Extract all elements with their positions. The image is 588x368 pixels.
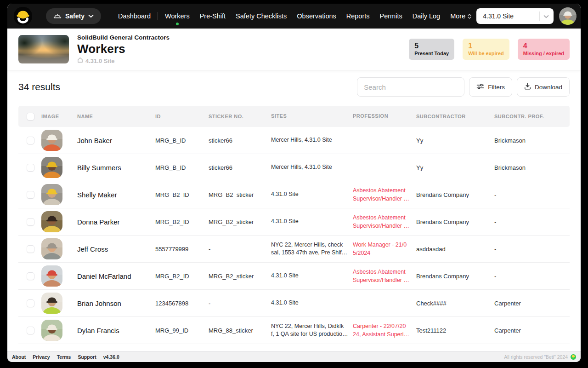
worker-name[interactable]: Brian Johnson xyxy=(73,299,151,307)
worker-image-cell xyxy=(40,265,73,287)
table-row[interactable]: Daniel McFarlandMRG_B2_IDMRG_B2_sticker4… xyxy=(18,263,570,290)
worker-sites: 4.31.0 Site xyxy=(266,272,348,280)
col-name[interactable]: NAME xyxy=(73,114,151,119)
hardhat-icon xyxy=(53,12,62,20)
worker-image-cell xyxy=(40,293,73,314)
worker-id: MRG_B2_ID xyxy=(151,191,204,198)
worker-id: 5557779999 xyxy=(151,246,204,253)
worker-photo[interactable] xyxy=(41,157,62,178)
nav-item-daily-log[interactable]: Daily Log xyxy=(407,12,445,20)
col-profession[interactable]: PROFESSION xyxy=(348,113,412,120)
worker-id: 1234567898 xyxy=(151,300,204,307)
nav-item-dashboard[interactable]: Dashboard xyxy=(113,12,156,20)
worker-sticker-no: MRG_B2_sticker xyxy=(204,273,266,280)
footer-link-privacy[interactable]: Privacy xyxy=(33,354,50,360)
worker-id: MRG_99_ID xyxy=(151,327,204,334)
table-row[interactable]: John BakerMRG_B_IDsticker66Mercer Hills,… xyxy=(18,127,570,154)
worker-photo-graphic xyxy=(41,238,62,259)
worker-photo[interactable] xyxy=(41,238,62,259)
search-input[interactable] xyxy=(357,77,464,97)
nav-item-reports[interactable]: Reports xyxy=(341,12,375,20)
worker-photo[interactable] xyxy=(41,211,62,232)
worker-sites: 4.31.0 Site xyxy=(266,190,348,199)
col-subcontractor[interactable]: SUBCONTRACTOR xyxy=(412,114,490,119)
row-checkbox-cell xyxy=(18,164,40,172)
row-checkbox-cell xyxy=(18,137,40,144)
nav-item-observations[interactable]: Observations xyxy=(292,12,341,20)
footer-links: About Privacy Terms Support v4.36.0 xyxy=(12,354,119,360)
app-footer: About Privacy Terms Support v4.36.0 All … xyxy=(7,351,581,362)
toolbar-actions: Filters Download xyxy=(357,77,570,97)
worker-photo-graphic xyxy=(41,320,62,341)
stat-missing-expired: 4 Missing / expired xyxy=(518,39,570,59)
col-sites[interactable]: SITES xyxy=(266,113,348,120)
nav-item-safety-checklists[interactable]: Safety Checklists xyxy=(231,12,292,20)
worker-subcontractor: Brendans Company xyxy=(412,273,490,280)
worker-photo-graphic xyxy=(41,130,62,151)
worker-photo[interactable] xyxy=(41,184,62,205)
worker-photo-graphic xyxy=(41,184,62,205)
worker-profession: Work Manager - 21/0 5/2024 xyxy=(348,241,412,257)
worker-name[interactable]: Shelly Maker xyxy=(73,191,151,199)
col-sticker-no[interactable]: STICKER NO. xyxy=(204,114,266,119)
table-row[interactable]: Dylan FrancisMRG_99_IDMRG_88_stickerNYC … xyxy=(18,317,570,344)
worker-name[interactable]: Donna Parker xyxy=(73,218,151,226)
row-checkbox[interactable] xyxy=(27,164,34,172)
worker-name[interactable]: Daniel McFarland xyxy=(73,272,151,280)
worker-profession: Asbestos Abatement Supervisor/Handler … xyxy=(348,268,412,284)
worker-image-cell xyxy=(40,157,73,178)
worker-sticker-no: sticker66 xyxy=(204,137,266,144)
worker-sticker-no: MRG_B2_sticker xyxy=(204,191,266,198)
row-checkbox[interactable] xyxy=(27,245,34,253)
worker-sites: Mercer Hills, 4.31.0 Site xyxy=(266,136,348,144)
site-line: 4.31.0 Site xyxy=(77,57,170,64)
col-subcontr-prof[interactable]: SUBCONTR. PROF. xyxy=(490,114,570,119)
chevron-down-icon xyxy=(88,14,94,18)
footer-link-about[interactable]: About xyxy=(12,354,26,360)
worker-photo[interactable] xyxy=(41,130,62,151)
row-checkbox[interactable] xyxy=(27,137,34,144)
select-all-checkbox[interactable] xyxy=(27,113,34,121)
app-window: Safety DashboardWorkersPre-ShiftSafety C… xyxy=(7,4,581,362)
worker-photo[interactable] xyxy=(41,320,62,341)
context-switcher[interactable]: Safety xyxy=(46,8,101,24)
worker-photo[interactable] xyxy=(41,293,62,314)
worker-name[interactable]: John Baker xyxy=(73,137,151,144)
site-selector[interactable]: 4.31.0 Site xyxy=(476,8,554,24)
worker-photo[interactable] xyxy=(41,265,62,287)
table-header-row: IMAGE NAME ID STICKER NO. SITES PROFESSI… xyxy=(18,106,570,127)
col-image[interactable]: IMAGE xyxy=(40,114,73,119)
active-page-indicator xyxy=(176,23,179,25)
table-row[interactable]: Brian Johnson1234567898-4.31.0 SiteCheck… xyxy=(18,290,570,317)
row-checkbox[interactable] xyxy=(27,272,34,280)
download-button[interactable]: Download xyxy=(517,77,570,97)
table-row[interactable]: Shelly MakerMRG_B2_IDMRG_B2_sticker4.31.… xyxy=(18,181,570,208)
up-down-caret-icon xyxy=(468,14,471,19)
user-avatar[interactable] xyxy=(559,7,577,25)
nav-item-more[interactable]: More xyxy=(445,12,476,20)
worker-name[interactable]: Dylan Francis xyxy=(73,327,151,334)
table-row[interactable]: Jeff Cross5557779999-NYC 22, Mercer Hill… xyxy=(18,236,570,263)
table-row[interactable]: Donna ParkerMRG_B2_IDMRG_B2_sticker4.31.… xyxy=(18,208,570,236)
row-checkbox[interactable] xyxy=(27,327,34,334)
row-checkbox-cell xyxy=(18,191,40,199)
footer-link-support[interactable]: Support xyxy=(78,354,96,360)
col-id[interactable]: ID xyxy=(151,114,204,119)
row-checkbox[interactable] xyxy=(27,191,34,199)
app-version: v4.36.0 xyxy=(103,354,119,360)
brand-logo[interactable] xyxy=(14,7,32,25)
row-checkbox-cell xyxy=(18,272,40,280)
worker-subcontractor: Test211122 xyxy=(412,327,490,334)
worker-id: MRG_B_ID xyxy=(151,137,204,144)
row-checkbox[interactable] xyxy=(27,299,34,307)
home-icon xyxy=(77,57,83,64)
nav-item-permits[interactable]: Permits xyxy=(375,12,407,20)
nav-item-workers[interactable]: Workers xyxy=(160,12,195,20)
worker-name[interactable]: Jeff Cross xyxy=(73,245,151,253)
footer-link-terms[interactable]: Terms xyxy=(57,354,71,360)
filters-button[interactable]: Filters xyxy=(469,77,512,97)
worker-name[interactable]: Billy Summers xyxy=(73,164,151,172)
row-checkbox[interactable] xyxy=(27,218,34,226)
table-row[interactable]: Billy SummersMRG_B_IDsticker66Mercer Hil… xyxy=(18,154,570,181)
nav-item-pre-shift[interactable]: Pre-Shift xyxy=(195,12,231,20)
